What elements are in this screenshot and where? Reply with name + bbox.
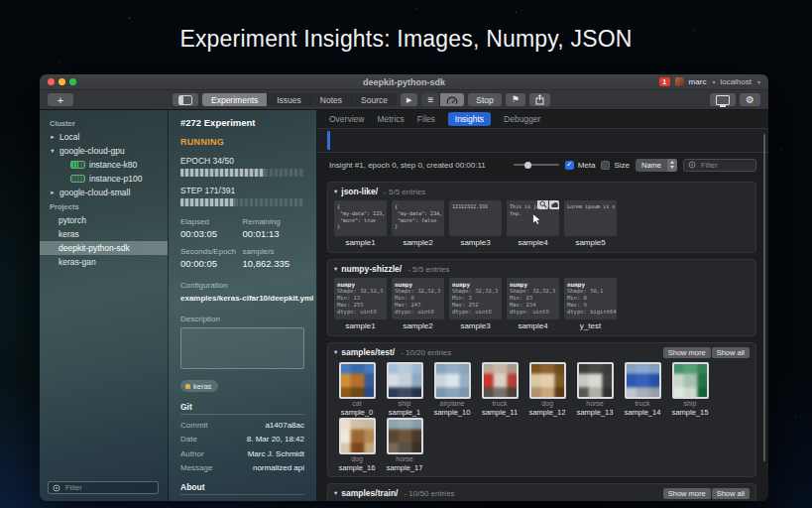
image-entry-sample_15[interactable]: shipsample_15 xyxy=(667,362,713,417)
collapse-triangle-icon[interactable]: ▾ xyxy=(334,489,337,497)
tab-files[interactable]: Files xyxy=(417,114,435,124)
show-all-button[interactable]: Show all xyxy=(712,347,750,358)
image-thumbnail[interactable] xyxy=(387,362,423,399)
section-json-like: ▾json-like/- 5/5 entries{ "my-data": 123… xyxy=(327,182,756,253)
stat-value: 00:03:05 xyxy=(180,228,243,239)
entry-sample5: Lorem ipsum is sinsample5 xyxy=(564,200,617,248)
run-button[interactable]: ▶ xyxy=(401,93,417,106)
insight-card-sample1[interactable]: numpyShape: 32,32,3Min: 13Max: 255dtype:… xyxy=(334,278,387,319)
description-input[interactable] xyxy=(180,327,304,369)
add-experiment-button[interactable]: + xyxy=(48,93,73,106)
image-entry-sample_17[interactable]: horsesample_17 xyxy=(382,418,427,472)
settings-button[interactable]: ⚙ xyxy=(740,93,760,106)
insight-card-sample3[interactable]: numpyShape: 32,32,3Min: 3Max: 252dtype: … xyxy=(449,278,502,319)
tab-overview[interactable]: Overview xyxy=(329,114,364,124)
toolbar-tab-notes[interactable]: Notes xyxy=(311,93,352,106)
cluster-item-google-cloud-gpu[interactable]: ▾google-cloud-gpu xyxy=(40,144,168,158)
project-item-deepkit-python-sdk[interactable]: deepkit-python-sdk xyxy=(40,241,168,255)
tab-debugger[interactable]: Debugger xyxy=(504,114,540,124)
section-header[interactable]: ▾json-like/- 5/5 entries xyxy=(334,186,750,197)
image-entry-sample_12[interactable]: dogsample_12 xyxy=(524,362,570,417)
image-name: sample_16 xyxy=(339,463,376,472)
flag-button[interactable]: ⚑ xyxy=(506,93,525,106)
minimize-window-button[interactable] xyxy=(58,78,65,85)
insight-card-sample5[interactable]: Lorem ipsum is sin xyxy=(564,200,617,236)
play-icon: ▶ xyxy=(406,96,411,103)
image-thumbnail[interactable] xyxy=(434,362,471,399)
list-view-button[interactable]: ≡ xyxy=(421,93,440,106)
host-menu[interactable]: localhost xyxy=(720,77,752,86)
insight-timeline[interactable] xyxy=(317,128,768,153)
image-thumbnail[interactable] xyxy=(339,362,376,399)
numpy-meta-line: dtype: uint8 xyxy=(510,309,557,316)
toolbar-tab-experiments[interactable]: Experiments xyxy=(202,93,268,106)
stat-label: Elapsed xyxy=(180,217,243,226)
toolbar-tab-source[interactable]: Source xyxy=(352,93,397,106)
gpu-meter-icon xyxy=(70,161,85,169)
image-entry-sample_14[interactable]: trucksample_14 xyxy=(620,362,665,417)
cluster-item-instance-p100[interactable]: instance-p100 xyxy=(40,172,168,186)
sidebar-filter-input[interactable] xyxy=(63,482,154,493)
section-header[interactable]: ▾samples/train/- 10/50 entriesShow moreS… xyxy=(334,487,750,499)
insight-marker[interactable] xyxy=(327,131,330,150)
image-thumbnail[interactable] xyxy=(577,362,614,399)
zoom-window-button[interactable] xyxy=(69,78,76,85)
insight-filter-input[interactable] xyxy=(699,160,752,171)
display-button[interactable] xyxy=(710,93,736,106)
dashboard-view-button[interactable] xyxy=(440,93,464,106)
insight-card-sample4[interactable]: This is just text. Yep. xyxy=(507,200,559,236)
cluster-item-instance-k80[interactable]: instance-k80 xyxy=(40,158,168,172)
image-thumbnail[interactable] xyxy=(387,418,423,454)
show-more-button[interactable]: Show more xyxy=(663,347,711,358)
thumbnail-size-slider[interactable] xyxy=(514,164,559,166)
collapse-triangle-icon[interactable]: ▾ xyxy=(334,265,337,273)
image-entry-sample_16[interactable]: dogsample_16 xyxy=(334,418,380,472)
image-entry-sample_0[interactable]: catsample_0 xyxy=(334,362,380,417)
collapse-triangle-icon[interactable]: ▾ xyxy=(334,348,337,356)
insight-card-sample4[interactable]: numpyShape: 32,32,3Min: 23Max: 234dtype:… xyxy=(507,278,559,319)
stop-button[interactable]: Stop xyxy=(468,93,502,106)
insight-card-sample1[interactable]: { "my-data": 123, "more": true } xyxy=(334,200,387,236)
collapse-triangle-icon[interactable]: ▾ xyxy=(334,188,337,195)
meta-checkbox[interactable]: ✓ xyxy=(565,161,574,170)
insight-card-sample2[interactable]: { "my-data": 234, "more": false } xyxy=(392,200,444,236)
project-item-keras-gan[interactable]: keras-gan xyxy=(40,255,168,269)
insight-card-y_test[interactable]: numpyShape: 50,1Min: 0Max: 9dtype: bigin… xyxy=(564,278,617,319)
size-checkbox[interactable] xyxy=(601,161,610,170)
image-thumbnail[interactable] xyxy=(339,418,376,454)
image-thumbnail[interactable] xyxy=(625,362,661,399)
card-text: { "my-data": 123, "more": true } xyxy=(337,203,385,230)
tab-insights[interactable]: Insights xyxy=(448,112,491,126)
image-name: sample_1 xyxy=(389,408,421,417)
project-item-keras[interactable]: keras xyxy=(40,227,168,241)
scrollbar[interactable] xyxy=(763,134,765,461)
user-menu[interactable]: marc xyxy=(689,77,707,86)
image-entry-sample_1[interactable]: shipsample_1 xyxy=(382,362,427,417)
entry-sample1: { "my-data": 123, "more": true }sample1 xyxy=(334,200,387,248)
cluster-item-Local[interactable]: ▸Local xyxy=(40,130,168,144)
show-all-button[interactable]: Show all xyxy=(712,488,750,499)
cluster-item-google-cloud-small[interactable]: ▸google-cloud-small xyxy=(40,186,168,199)
image-entry-sample_11[interactable]: trucksample_11 xyxy=(477,362,522,417)
share-button[interactable] xyxy=(529,93,550,106)
experiment-tag[interactable]: keras xyxy=(180,380,218,392)
image-entry-sample_13[interactable]: horsesample_13 xyxy=(572,362,618,417)
toggle-sidebar-button[interactable] xyxy=(173,93,198,106)
image-thumbnail[interactable] xyxy=(672,362,709,399)
insight-card-sample2[interactable]: numpyShape: 32,32,3Min: 0Max: 247dtype: … xyxy=(392,278,444,319)
section-header[interactable]: ▾numpy-shizzle/- 5/5 entries xyxy=(334,263,750,275)
tab-metrics[interactable]: Metrics xyxy=(377,114,404,124)
project-item-pytorch[interactable]: pytorch xyxy=(40,213,168,227)
image-thumbnail[interactable] xyxy=(482,362,519,399)
show-more-button[interactable]: Show more xyxy=(663,488,711,499)
zoom-in-button[interactable] xyxy=(537,200,548,209)
image-name: sample_12 xyxy=(529,408,566,417)
toolbar-tab-issues[interactable]: Issues xyxy=(268,93,311,106)
sort-select[interactable]: Name xyxy=(636,159,677,172)
close-window-button[interactable] xyxy=(48,78,55,85)
image-entry-sample_10[interactable]: airplanesample_10 xyxy=(429,362,475,417)
section-header[interactable]: ▾samples/test/- 10/20 entriesShow moreSh… xyxy=(334,346,750,358)
insight-card-sample3[interactable]: 12312312.333 xyxy=(449,200,502,236)
image-thumbnail[interactable] xyxy=(529,362,566,399)
download-cloud-button[interactable] xyxy=(549,200,559,209)
